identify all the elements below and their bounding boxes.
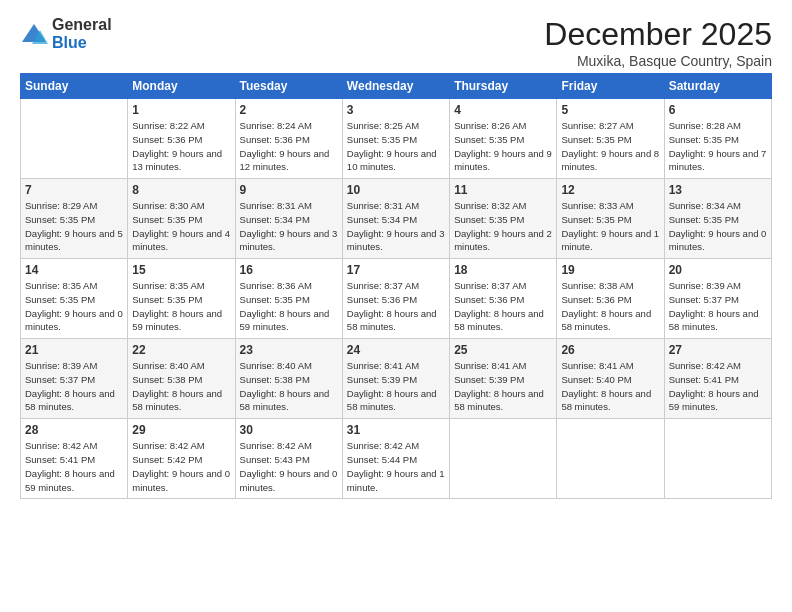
page-header: General Blue December 2025 Muxika, Basqu… bbox=[20, 16, 772, 69]
day-info: Sunrise: 8:42 AM Sunset: 5:41 PM Dayligh… bbox=[669, 359, 767, 414]
day-info: Sunrise: 8:36 AM Sunset: 5:35 PM Dayligh… bbox=[240, 279, 338, 334]
day-cell: 28 Sunrise: 8:42 AM Sunset: 5:41 PM Dayl… bbox=[21, 419, 128, 499]
day-number: 7 bbox=[25, 183, 123, 197]
sunrise-text: Sunrise: 8:41 AM bbox=[347, 360, 419, 371]
day-info: Sunrise: 8:42 AM Sunset: 5:41 PM Dayligh… bbox=[25, 439, 123, 494]
day-cell: 9 Sunrise: 8:31 AM Sunset: 5:34 PM Dayli… bbox=[235, 179, 342, 259]
week-row-2: 7 Sunrise: 8:29 AM Sunset: 5:35 PM Dayli… bbox=[21, 179, 772, 259]
day-cell: 18 Sunrise: 8:37 AM Sunset: 5:36 PM Dayl… bbox=[450, 259, 557, 339]
daylight-text: Daylight: 8 hours and 59 minutes. bbox=[669, 388, 759, 413]
sunrise-text: Sunrise: 8:34 AM bbox=[669, 200, 741, 211]
day-cell: 4 Sunrise: 8:26 AM Sunset: 5:35 PM Dayli… bbox=[450, 99, 557, 179]
daylight-text: Daylight: 8 hours and 58 minutes. bbox=[454, 308, 544, 333]
week-row-4: 21 Sunrise: 8:39 AM Sunset: 5:37 PM Dayl… bbox=[21, 339, 772, 419]
day-info: Sunrise: 8:26 AM Sunset: 5:35 PM Dayligh… bbox=[454, 119, 552, 174]
daylight-text: Daylight: 9 hours and 3 minutes. bbox=[240, 228, 338, 253]
day-cell: 10 Sunrise: 8:31 AM Sunset: 5:34 PM Dayl… bbox=[342, 179, 449, 259]
day-info: Sunrise: 8:41 AM Sunset: 5:39 PM Dayligh… bbox=[347, 359, 445, 414]
sunset-text: Sunset: 5:43 PM bbox=[240, 454, 310, 465]
sunset-text: Sunset: 5:35 PM bbox=[25, 214, 95, 225]
day-number: 4 bbox=[454, 103, 552, 117]
day-info: Sunrise: 8:32 AM Sunset: 5:35 PM Dayligh… bbox=[454, 199, 552, 254]
day-info: Sunrise: 8:37 AM Sunset: 5:36 PM Dayligh… bbox=[347, 279, 445, 334]
col-friday: Friday bbox=[557, 74, 664, 99]
sunrise-text: Sunrise: 8:35 AM bbox=[25, 280, 97, 291]
sunset-text: Sunset: 5:36 PM bbox=[561, 294, 631, 305]
daylight-text: Daylight: 9 hours and 0 minutes. bbox=[132, 468, 230, 493]
day-cell: 21 Sunrise: 8:39 AM Sunset: 5:37 PM Dayl… bbox=[21, 339, 128, 419]
daylight-text: Daylight: 8 hours and 58 minutes. bbox=[240, 388, 330, 413]
day-cell: 26 Sunrise: 8:41 AM Sunset: 5:40 PM Dayl… bbox=[557, 339, 664, 419]
sunrise-text: Sunrise: 8:28 AM bbox=[669, 120, 741, 131]
day-cell: 12 Sunrise: 8:33 AM Sunset: 5:35 PM Dayl… bbox=[557, 179, 664, 259]
day-number: 1 bbox=[132, 103, 230, 117]
day-info: Sunrise: 8:42 AM Sunset: 5:43 PM Dayligh… bbox=[240, 439, 338, 494]
logo-blue: Blue bbox=[52, 34, 87, 51]
day-info: Sunrise: 8:25 AM Sunset: 5:35 PM Dayligh… bbox=[347, 119, 445, 174]
sunset-text: Sunset: 5:36 PM bbox=[132, 134, 202, 145]
title-area: December 2025 Muxika, Basque Country, Sp… bbox=[544, 16, 772, 69]
day-cell: 6 Sunrise: 8:28 AM Sunset: 5:35 PM Dayli… bbox=[664, 99, 771, 179]
day-cell: 20 Sunrise: 8:39 AM Sunset: 5:37 PM Dayl… bbox=[664, 259, 771, 339]
month-title: December 2025 bbox=[544, 16, 772, 53]
day-info: Sunrise: 8:41 AM Sunset: 5:40 PM Dayligh… bbox=[561, 359, 659, 414]
day-info: Sunrise: 8:34 AM Sunset: 5:35 PM Dayligh… bbox=[669, 199, 767, 254]
sunrise-text: Sunrise: 8:31 AM bbox=[240, 200, 312, 211]
sunset-text: Sunset: 5:35 PM bbox=[561, 134, 631, 145]
day-info: Sunrise: 8:42 AM Sunset: 5:42 PM Dayligh… bbox=[132, 439, 230, 494]
col-thursday: Thursday bbox=[450, 74, 557, 99]
daylight-text: Daylight: 8 hours and 58 minutes. bbox=[561, 308, 651, 333]
sunrise-text: Sunrise: 8:39 AM bbox=[25, 360, 97, 371]
daylight-text: Daylight: 9 hours and 12 minutes. bbox=[240, 148, 330, 173]
sunset-text: Sunset: 5:37 PM bbox=[25, 374, 95, 385]
daylight-text: Daylight: 9 hours and 8 minutes. bbox=[561, 148, 659, 173]
day-cell bbox=[450, 419, 557, 499]
day-number: 18 bbox=[454, 263, 552, 277]
day-number: 24 bbox=[347, 343, 445, 357]
sunrise-text: Sunrise: 8:42 AM bbox=[132, 440, 204, 451]
day-number: 25 bbox=[454, 343, 552, 357]
sunrise-text: Sunrise: 8:42 AM bbox=[25, 440, 97, 451]
day-cell: 19 Sunrise: 8:38 AM Sunset: 5:36 PM Dayl… bbox=[557, 259, 664, 339]
day-cell: 14 Sunrise: 8:35 AM Sunset: 5:35 PM Dayl… bbox=[21, 259, 128, 339]
day-number: 3 bbox=[347, 103, 445, 117]
col-wednesday: Wednesday bbox=[342, 74, 449, 99]
sunset-text: Sunset: 5:34 PM bbox=[240, 214, 310, 225]
day-info: Sunrise: 8:30 AM Sunset: 5:35 PM Dayligh… bbox=[132, 199, 230, 254]
day-number: 30 bbox=[240, 423, 338, 437]
sunrise-text: Sunrise: 8:40 AM bbox=[240, 360, 312, 371]
page-container: General Blue December 2025 Muxika, Basqu… bbox=[0, 0, 792, 509]
sunset-text: Sunset: 5:36 PM bbox=[240, 134, 310, 145]
daylight-text: Daylight: 9 hours and 9 minutes. bbox=[454, 148, 552, 173]
sunrise-text: Sunrise: 8:42 AM bbox=[240, 440, 312, 451]
day-number: 13 bbox=[669, 183, 767, 197]
week-row-1: 1 Sunrise: 8:22 AM Sunset: 5:36 PM Dayli… bbox=[21, 99, 772, 179]
week-row-3: 14 Sunrise: 8:35 AM Sunset: 5:35 PM Dayl… bbox=[21, 259, 772, 339]
sunset-text: Sunset: 5:35 PM bbox=[132, 214, 202, 225]
sunset-text: Sunset: 5:35 PM bbox=[132, 294, 202, 305]
daylight-text: Daylight: 9 hours and 5 minutes. bbox=[25, 228, 123, 253]
sunrise-text: Sunrise: 8:41 AM bbox=[454, 360, 526, 371]
day-cell: 22 Sunrise: 8:40 AM Sunset: 5:38 PM Dayl… bbox=[128, 339, 235, 419]
day-cell: 8 Sunrise: 8:30 AM Sunset: 5:35 PM Dayli… bbox=[128, 179, 235, 259]
daylight-text: Daylight: 9 hours and 2 minutes. bbox=[454, 228, 552, 253]
day-cell: 25 Sunrise: 8:41 AM Sunset: 5:39 PM Dayl… bbox=[450, 339, 557, 419]
logo-icon bbox=[20, 22, 48, 46]
day-cell: 30 Sunrise: 8:42 AM Sunset: 5:43 PM Dayl… bbox=[235, 419, 342, 499]
daylight-text: Daylight: 9 hours and 0 minutes. bbox=[25, 308, 123, 333]
daylight-text: Daylight: 8 hours and 58 minutes. bbox=[561, 388, 651, 413]
daylight-text: Daylight: 8 hours and 59 minutes. bbox=[132, 308, 222, 333]
daylight-text: Daylight: 8 hours and 59 minutes. bbox=[25, 468, 115, 493]
day-cell bbox=[21, 99, 128, 179]
day-info: Sunrise: 8:42 AM Sunset: 5:44 PM Dayligh… bbox=[347, 439, 445, 494]
sunrise-text: Sunrise: 8:32 AM bbox=[454, 200, 526, 211]
day-info: Sunrise: 8:39 AM Sunset: 5:37 PM Dayligh… bbox=[669, 279, 767, 334]
daylight-text: Daylight: 8 hours and 58 minutes. bbox=[132, 388, 222, 413]
sunrise-text: Sunrise: 8:40 AM bbox=[132, 360, 204, 371]
day-info: Sunrise: 8:31 AM Sunset: 5:34 PM Dayligh… bbox=[240, 199, 338, 254]
day-info: Sunrise: 8:40 AM Sunset: 5:38 PM Dayligh… bbox=[240, 359, 338, 414]
day-info: Sunrise: 8:27 AM Sunset: 5:35 PM Dayligh… bbox=[561, 119, 659, 174]
logo: General Blue bbox=[20, 16, 112, 52]
day-info: Sunrise: 8:35 AM Sunset: 5:35 PM Dayligh… bbox=[25, 279, 123, 334]
day-number: 15 bbox=[132, 263, 230, 277]
